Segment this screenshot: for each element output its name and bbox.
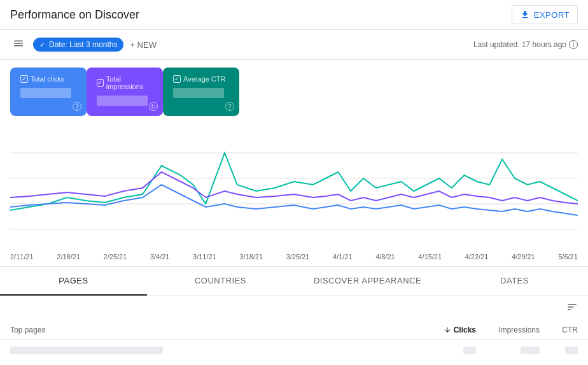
metric-value-ctr (173, 88, 224, 98)
row-impressions-1 (476, 347, 540, 354)
col-header-impressions[interactable]: Impressions (476, 326, 540, 334)
page-header: Performance on Discover EXPORT (0, 0, 588, 30)
x-label-10: 4/22/21 (465, 253, 489, 261)
purple-line (10, 172, 578, 204)
new-button-label: + NEW (130, 40, 157, 50)
chart-svg (10, 134, 578, 248)
tab-discover-appearance[interactable]: DISCOVER APPEARANCE (294, 267, 441, 296)
row-clicks-1 (412, 347, 476, 354)
metric-label-impressions: ✓ Total impressions (97, 75, 153, 90)
x-label-2: 2/25/21 (104, 253, 127, 261)
sort-down-icon (444, 326, 451, 334)
x-label-4: 3/11/21 (193, 253, 216, 261)
hamburger-filter-icon (13, 38, 24, 49)
export-button[interactable]: EXPORT (512, 5, 578, 24)
teal-line (10, 153, 578, 210)
tab-dates[interactable]: DATES (441, 267, 588, 296)
date-chip-label: Date: Last 3 months (49, 40, 117, 49)
metrics-row: ✓ Total clicks ? ✓ Total impressions ↻ ✓… (0, 60, 588, 124)
metric-info-impressions[interactable]: ↻ (149, 102, 158, 111)
info-icon[interactable]: i (569, 40, 578, 49)
export-icon (520, 10, 530, 20)
x-label-5: 3/18/21 (239, 253, 263, 261)
table-row (0, 340, 588, 361)
col-header-clicks[interactable]: Clicks (412, 326, 476, 334)
table-section: Top pages Clicks Impressions CTR (0, 296, 588, 365)
x-label-0: 2/11/21 (10, 253, 34, 261)
x-axis-labels: 2/11/21 2/18/21 2/25/21 3/4/21 3/11/21 3… (10, 250, 578, 261)
metric-check-ctr: ✓ (173, 75, 181, 83)
metric-value-clicks (20, 88, 71, 98)
metric-check-clicks: ✓ (20, 75, 28, 83)
last-updated-text: Last updated: 17 hours ago (473, 40, 566, 49)
toolbar-right: Last updated: 17 hours ago i (473, 40, 578, 49)
filter-icon-button[interactable] (10, 35, 27, 54)
metric-check-impressions: ✓ (97, 79, 104, 87)
x-label-9: 4/15/21 (418, 253, 442, 261)
table-filter-icon[interactable] (566, 301, 578, 315)
blue-line (10, 185, 578, 215)
tabs-section: PAGES COUNTRIES DISCOVER APPEARANCE DATE… (0, 267, 588, 296)
table-filter-row (0, 296, 588, 320)
col-header-pages: Top pages (10, 326, 412, 334)
tab-countries[interactable]: COUNTRIES (147, 267, 294, 296)
x-label-1: 2/18/21 (57, 253, 80, 261)
row-ctr-bar-1 (565, 347, 578, 354)
metric-value-impressions (97, 96, 148, 106)
row-impressions-bar-1 (521, 347, 540, 354)
chart-container: 2/11/21 2/18/21 2/25/21 3/4/21 3/11/21 3… (10, 134, 578, 261)
metric-info-ctr[interactable]: ? (225, 102, 234, 111)
x-label-12: 5/6/21 (558, 253, 578, 261)
date-filter-chip[interactable]: ✓ Date: Last 3 months (33, 38, 123, 52)
metric-card-impressions[interactable]: ✓ Total impressions ↻ (87, 68, 163, 116)
new-filter-button[interactable]: + NEW (130, 40, 157, 50)
x-label-3: 3/4/21 (150, 253, 170, 261)
table-row (0, 361, 588, 365)
metric-label-ctr: ✓ Average CTR (173, 75, 229, 83)
metric-card-ctr[interactable]: ✓ Average CTR ? (163, 68, 239, 116)
tab-pages[interactable]: PAGES (0, 267, 147, 296)
x-label-8: 4/8/21 (375, 253, 395, 261)
toolbar: ✓ Date: Last 3 months + NEW Last updated… (0, 30, 588, 60)
export-label: EXPORT (534, 10, 570, 20)
row-ctr-1 (540, 347, 578, 354)
toolbar-left: ✓ Date: Last 3 months + NEW (10, 35, 157, 54)
chart-section: 2/11/21 2/18/21 2/25/21 3/4/21 3/11/21 3… (0, 124, 588, 267)
table-header: Top pages Clicks Impressions CTR (0, 320, 588, 340)
check-icon: ✓ (39, 41, 45, 49)
x-label-7: 4/1/21 (333, 253, 353, 261)
tabs-row: PAGES COUNTRIES DISCOVER APPEARANCE DATE… (0, 267, 588, 296)
metric-label-clicks: ✓ Total clicks (20, 75, 76, 83)
metric-info-clicks[interactable]: ? (73, 102, 81, 111)
x-label-6: 3/25/21 (286, 253, 310, 261)
metric-card-clicks[interactable]: ✓ Total clicks ? (10, 68, 87, 116)
col-header-ctr[interactable]: CTR (540, 326, 578, 334)
page-title: Performance on Discover (10, 8, 139, 22)
row-label-1 (10, 347, 163, 354)
row-clicks-bar-1 (463, 347, 476, 354)
x-label-11: 4/29/21 (512, 253, 535, 261)
